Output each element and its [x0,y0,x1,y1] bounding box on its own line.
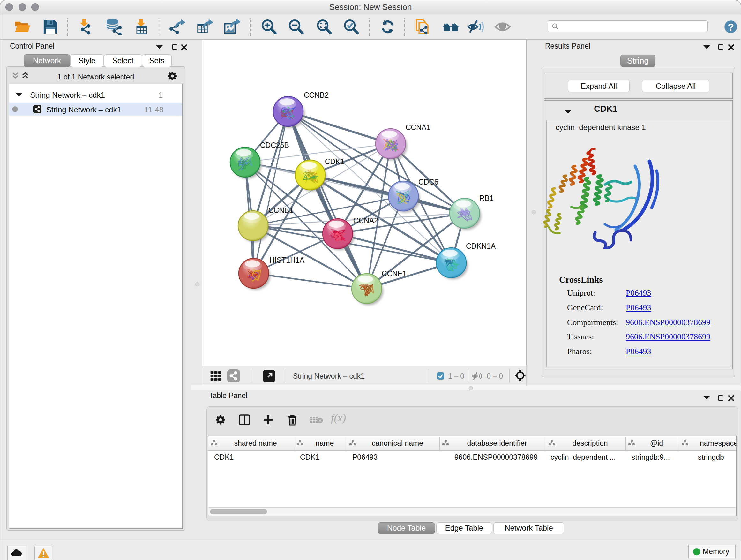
svg-text:CDK1: CDK1 [325,158,344,166]
svg-text:CDC25B: CDC25B [260,141,289,149]
svg-text:RB1: RB1 [479,194,494,202]
svg-text:?: ? [728,21,734,33]
svg-text:CCNB2: CCNB2 [304,91,329,99]
svg-text:CCNA1: CCNA1 [406,123,430,132]
svg-text:CCNB1: CCNB1 [268,206,293,214]
svg-text:HIST1H1A: HIST1H1A [269,256,305,264]
svg-text:CDC6: CDC6 [418,178,439,186]
svg-text:CCNE1: CCNE1 [382,269,407,278]
svg-text:CDKN1A: CDKN1A [466,242,496,250]
svg-text:CCNA2: CCNA2 [353,216,378,225]
